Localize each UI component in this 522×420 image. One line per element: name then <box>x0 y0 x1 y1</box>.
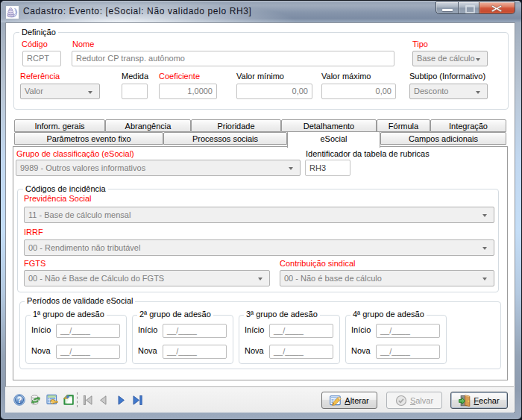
svg-text:?: ? <box>17 396 22 404</box>
